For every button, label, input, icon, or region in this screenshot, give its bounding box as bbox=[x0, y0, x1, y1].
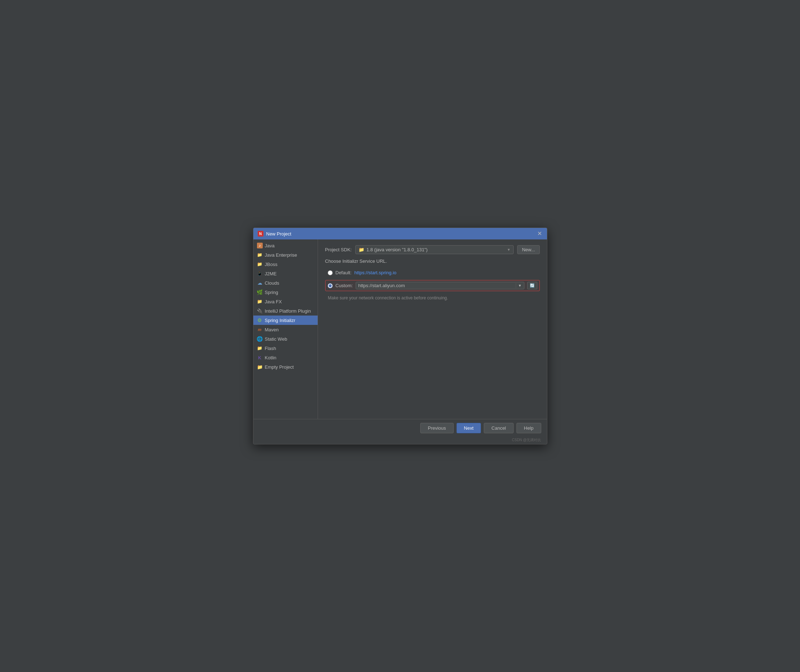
sidebar-label-spring: Spring bbox=[265, 290, 278, 295]
flash-icon: 📁 bbox=[257, 345, 263, 351]
sidebar-label-empty: Empty Project bbox=[265, 364, 294, 370]
sidebar-label-javafx: Java FX bbox=[265, 299, 282, 304]
sidebar-item-javafx[interactable]: 📁 Java FX bbox=[253, 297, 318, 306]
sidebar-item-java[interactable]: J Java bbox=[253, 241, 318, 250]
dialog-body: J Java 📁 Java Enterprise 📁 JBoss 📱 J2ME … bbox=[253, 240, 547, 419]
sidebar-label-kotlin: Kotlin bbox=[265, 355, 277, 360]
sidebar-label-maven: Maven bbox=[265, 327, 279, 333]
close-button[interactable]: ✕ bbox=[536, 231, 542, 237]
sidebar-item-spring-initialzr[interactable]: ⚙ Spring Initializr bbox=[253, 315, 318, 325]
spring-initialzr-icon: ⚙ bbox=[257, 317, 263, 323]
sidebar-item-static-web[interactable]: 🌐 Static Web bbox=[253, 334, 318, 344]
sdk-dropdown-text: 📁 1.8 (java version "1.8.0_131") bbox=[358, 247, 427, 252]
dialog-title: New Project bbox=[266, 231, 291, 237]
url-dropdown-button[interactable]: ▼ bbox=[516, 283, 524, 288]
sidebar-item-flash[interactable]: 📁 Flash bbox=[253, 344, 318, 353]
default-radio-row: Default: https://start.spring.io bbox=[325, 268, 540, 277]
jboss-icon: 📁 bbox=[257, 261, 263, 267]
title-bar: N New Project ✕ bbox=[253, 228, 547, 240]
sdk-row: Project SDK: 📁 1.8 (java version "1.8.0_… bbox=[325, 245, 540, 254]
sdk-dropdown-arrow: ▼ bbox=[507, 248, 510, 252]
empty-icon: 📁 bbox=[257, 364, 263, 370]
intellij-icon: 🔌 bbox=[257, 308, 263, 314]
java-icon: J bbox=[257, 243, 263, 248]
sidebar-label-java-enterprise: Java Enterprise bbox=[265, 252, 297, 258]
java-enterprise-icon: 📁 bbox=[257, 252, 263, 258]
sidebar-item-j2me[interactable]: 📱 J2ME bbox=[253, 269, 318, 278]
spring-icon: 🌿 bbox=[257, 290, 263, 295]
custom-url-container: ▼ bbox=[356, 282, 524, 290]
sidebar-label-intellij: IntelliJ Platform Plugin bbox=[265, 308, 311, 314]
sidebar-label-clouds: Clouds bbox=[265, 280, 279, 286]
bottom-bar: Previous Next Cancel Help bbox=[253, 419, 547, 437]
custom-label: Custom: bbox=[336, 283, 353, 288]
kotlin-icon: K bbox=[257, 355, 263, 360]
new-sdk-button[interactable]: New... bbox=[517, 245, 539, 254]
sidebar-label-spring-initialzr: Spring Initializr bbox=[265, 318, 295, 323]
cancel-button[interactable]: Cancel bbox=[484, 423, 513, 433]
sidebar: J Java 📁 Java Enterprise 📁 JBoss 📱 J2ME … bbox=[253, 240, 318, 419]
app-icon: N bbox=[258, 231, 264, 237]
default-url-link[interactable]: https://start.spring.io bbox=[354, 270, 396, 275]
hint-text: Make sure your network connection is act… bbox=[328, 296, 540, 301]
sidebar-item-java-enterprise[interactable]: 📁 Java Enterprise bbox=[253, 250, 318, 259]
sdk-folder-icon: 📁 bbox=[358, 247, 364, 252]
clouds-icon: ☁ bbox=[257, 280, 263, 286]
radio-group: Default: https://start.spring.io Custom:… bbox=[325, 268, 540, 291]
sidebar-item-clouds[interactable]: ☁ Clouds bbox=[253, 278, 318, 288]
title-bar-left: N New Project bbox=[258, 231, 291, 237]
choose-label: Choose Initializr Service URL. bbox=[325, 258, 540, 264]
javafx-icon: 📁 bbox=[257, 299, 263, 304]
sdk-value: 1.8 (java version "1.8.0_131") bbox=[366, 247, 427, 252]
sidebar-item-intellij[interactable]: 🔌 IntelliJ Platform Plugin bbox=[253, 306, 318, 315]
previous-button[interactable]: Previous bbox=[420, 423, 454, 433]
custom-radio-row: Custom: ▼ 🔄 bbox=[325, 280, 540, 291]
main-content: Project SDK: 📁 1.8 (java version "1.8.0_… bbox=[318, 240, 547, 419]
next-button[interactable]: Next bbox=[456, 423, 481, 433]
help-button[interactable]: Help bbox=[517, 423, 541, 433]
default-label: Default: bbox=[336, 270, 352, 275]
sidebar-item-kotlin[interactable]: K Kotlin bbox=[253, 353, 318, 362]
content-spacer bbox=[325, 305, 540, 413]
sdk-label: Project SDK: bbox=[325, 247, 352, 252]
sidebar-label-java: Java bbox=[265, 243, 275, 248]
sidebar-item-maven[interactable]: m Maven bbox=[253, 325, 318, 334]
custom-url-input[interactable] bbox=[356, 282, 516, 289]
sidebar-label-static-web: Static Web bbox=[265, 336, 288, 342]
default-radio[interactable] bbox=[328, 270, 333, 275]
new-project-dialog: N New Project ✕ J Java 📁 Java Enterprise… bbox=[253, 227, 547, 445]
sdk-dropdown[interactable]: 📁 1.8 (java version "1.8.0_131") ▼ bbox=[355, 245, 514, 254]
sidebar-label-j2me: J2ME bbox=[265, 271, 277, 277]
sidebar-item-spring[interactable]: 🌿 Spring bbox=[253, 288, 318, 297]
maven-icon: m bbox=[257, 327, 263, 333]
watermark: CSDN @无调对抗 bbox=[253, 437, 547, 444]
sidebar-label-jboss: JBoss bbox=[265, 262, 277, 267]
j2me-icon: 📱 bbox=[257, 270, 263, 277]
url-refresh-button[interactable]: 🔄 bbox=[527, 282, 537, 290]
static-web-icon: 🌐 bbox=[257, 336, 263, 342]
sidebar-label-flash: Flash bbox=[265, 346, 276, 351]
custom-radio[interactable] bbox=[328, 283, 333, 288]
sidebar-item-empty[interactable]: 📁 Empty Project bbox=[253, 362, 318, 371]
sidebar-item-jboss[interactable]: 📁 JBoss bbox=[253, 259, 318, 269]
